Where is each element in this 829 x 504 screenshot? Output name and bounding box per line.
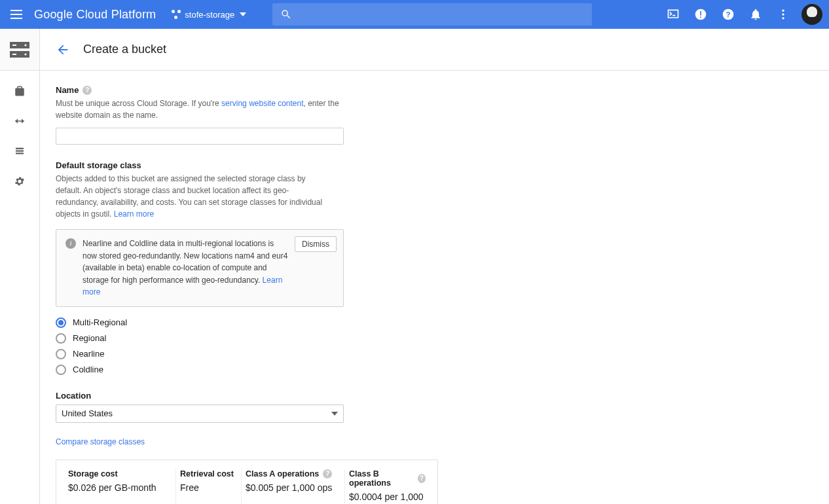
storage-class-section: Default storage class Objects added to t…	[56, 160, 483, 375]
page-header: Create a bucket	[40, 29, 829, 71]
pricing-cell-class-a: Class A operations? $0.005 per 1,000 ops	[241, 469, 344, 504]
radio-coldline[interactable]: Coldline	[56, 365, 483, 375]
radio-icon	[56, 317, 66, 328]
svg-point-6	[782, 13, 784, 15]
search-box[interactable]	[272, 3, 592, 26]
storage-class-description: Objects added to this bucket are assigne…	[56, 173, 331, 220]
location-select[interactable]: United States	[56, 405, 344, 423]
nav-transfer-icon[interactable]	[7, 111, 33, 131]
radio-regional[interactable]: Regional	[56, 333, 483, 344]
radio-icon	[56, 349, 66, 359]
alert-icon[interactable]	[688, 1, 714, 27]
storage-class-label: Default storage class	[56, 160, 141, 170]
more-icon[interactable]	[770, 1, 796, 27]
svg-rect-16	[16, 151, 24, 152]
svg-rect-1	[700, 11, 701, 16]
help-icon[interactable]: ?	[83, 86, 92, 95]
pricing-cell-retrieval: Retrieval cost Free	[175, 469, 241, 504]
project-name: stofe-storage	[185, 10, 234, 20]
svg-text:?: ?	[726, 10, 730, 18]
pricing-cell-storage: Storage cost $0.026 per GB-month	[64, 469, 175, 504]
info-banner: i Nearline and Coldline data in multi-re…	[56, 229, 344, 307]
top-bar: Google Cloud Platform stofe-storage ?	[0, 0, 829, 29]
svg-rect-17	[16, 153, 24, 154]
menu-icon[interactable]	[10, 7, 26, 22]
product-name: Google Cloud Platform	[34, 8, 156, 21]
radio-multi-regional[interactable]: Multi-Regional	[56, 317, 483, 328]
radio-icon	[56, 365, 66, 375]
help-icon[interactable]: ?	[715, 1, 741, 27]
search-icon	[280, 9, 292, 20]
nav-transfer-appliance-icon[interactable]	[7, 141, 33, 161]
name-description: Must be unique across Cloud Storage. If …	[56, 98, 344, 121]
location-value: United States	[62, 408, 113, 418]
storage-class-radio-group: Multi-Regional Regional Nearline Coldlin…	[56, 317, 483, 375]
top-utility-icons: ?	[660, 1, 822, 27]
radio-label: Regional	[73, 333, 106, 343]
main-content: Create a bucket Name ? Must be unique ac…	[40, 29, 829, 504]
learn-more-link[interactable]: Learn more	[114, 209, 154, 219]
left-nav-rail	[0, 29, 40, 504]
dismiss-button[interactable]: Dismiss	[295, 236, 337, 252]
back-arrow-icon[interactable]	[56, 43, 70, 57]
name-section: Name ? Must be unique across Cloud Stora…	[56, 85, 483, 145]
nav-browser-icon[interactable]	[7, 81, 33, 101]
product-logo[interactable]: Google Cloud Platform	[34, 8, 156, 22]
help-icon[interactable]: ?	[323, 469, 332, 478]
svg-rect-15	[16, 148, 24, 149]
svg-rect-2	[700, 16, 701, 18]
bucket-name-input[interactable]	[56, 128, 344, 145]
radio-nearline[interactable]: Nearline	[56, 349, 483, 359]
info-icon: i	[65, 238, 76, 249]
svg-point-11	[24, 53, 26, 55]
section-icon[interactable]	[0, 29, 39, 71]
radio-label: Coldline	[73, 365, 103, 374]
account-avatar[interactable]	[801, 4, 822, 25]
name-label: Name	[56, 85, 79, 95]
svg-rect-14	[15, 120, 24, 122]
notifications-icon[interactable]	[743, 1, 769, 27]
radio-label: Multi-Regional	[73, 317, 127, 327]
pricing-table: Storage cost $0.026 per GB-month Retriev…	[56, 459, 438, 504]
location-label: Location	[56, 391, 91, 401]
project-icon	[172, 10, 181, 19]
caret-down-icon	[240, 12, 246, 16]
svg-point-5	[782, 10, 784, 12]
nav-settings-icon[interactable]	[7, 171, 33, 191]
location-section: Location United States	[56, 391, 483, 423]
pricing-cell-class-b: Class B operations? $0.0004 per 1,000 op…	[344, 469, 430, 504]
cloud-shell-icon[interactable]	[660, 1, 686, 27]
svg-rect-13	[12, 54, 16, 55]
compare-storage-classes-link[interactable]: Compare storage classes	[56, 437, 145, 446]
help-icon[interactable]: ?	[418, 474, 426, 483]
caret-down-icon	[331, 412, 338, 416]
svg-point-10	[24, 44, 26, 46]
radio-icon	[56, 333, 66, 344]
radio-label: Nearline	[73, 349, 104, 359]
serving-website-link[interactable]: serving website content	[221, 99, 303, 108]
svg-point-7	[782, 17, 784, 19]
project-picker[interactable]: stofe-storage	[172, 10, 246, 20]
page-title: Create a bucket	[83, 43, 166, 56]
svg-rect-12	[12, 45, 16, 46]
search-input[interactable]	[299, 9, 584, 20]
